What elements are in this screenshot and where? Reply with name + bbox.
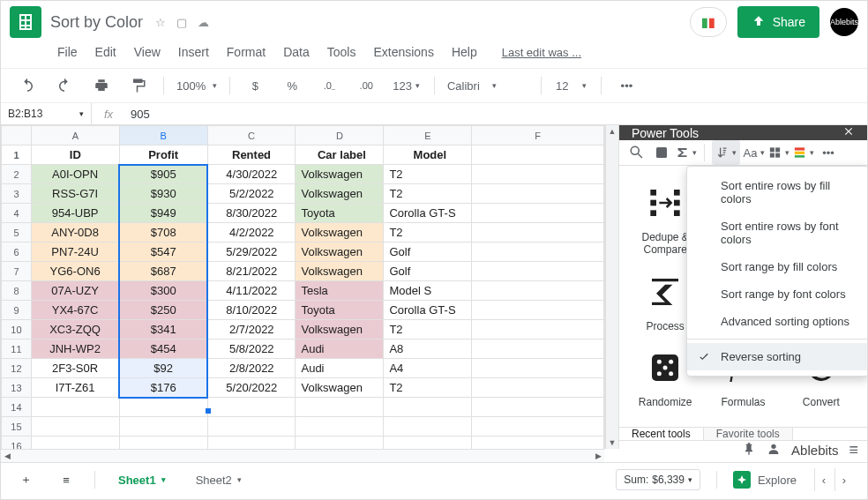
header-rented[interactable]: Rented xyxy=(207,146,296,165)
scroll-up-icon[interactable]: ▲ xyxy=(606,125,618,138)
menu-edit[interactable]: Edit xyxy=(88,41,123,63)
menu-help[interactable]: Help xyxy=(445,41,484,63)
col-b[interactable]: B xyxy=(119,126,207,146)
tab-sheet1[interactable]: Sheet1▾ xyxy=(108,468,176,492)
table-row[interactable]: 9YX4-67C$2508/10/2022ToyotaCorolla GT-S xyxy=(2,301,604,320)
tab-recent[interactable]: Recent tools xyxy=(619,428,704,440)
sum-icon[interactable] xyxy=(676,142,697,163)
table-row[interactable]: 14 xyxy=(2,398,604,417)
quick-sum[interactable]: Sum:$6,339▾ xyxy=(616,469,700,490)
sheets-logo-icon[interactable] xyxy=(10,6,41,38)
sort-icon[interactable] xyxy=(712,140,740,165)
row-header[interactable]: 5 xyxy=(2,223,32,243)
undo-button[interactable] xyxy=(11,71,43,100)
table-icon[interactable] xyxy=(793,142,814,163)
header-id[interactable]: ID xyxy=(31,146,119,165)
grid-icon[interactable] xyxy=(768,142,789,163)
meet-button[interactable]: ▮▮ xyxy=(690,7,727,37)
selection-handle-icon[interactable] xyxy=(206,408,211,414)
col-c[interactable]: C xyxy=(207,126,296,146)
document-title[interactable]: Sort by Color xyxy=(50,13,143,32)
table-row[interactable]: 122F3-S0R$922/8/2022AudiA4 xyxy=(2,359,604,378)
header-label[interactable]: Car label xyxy=(296,146,384,165)
row-header[interactable]: 15 xyxy=(2,417,32,437)
more-tools-button[interactable]: ••• xyxy=(610,71,642,100)
more-formats-button[interactable]: 123 xyxy=(387,71,425,100)
table-row[interactable]: 15 xyxy=(2,417,604,437)
row-header[interactable]: 11 xyxy=(2,340,32,359)
menu-tools[interactable]: Tools xyxy=(320,41,363,63)
header-model[interactable]: Model xyxy=(384,146,472,165)
user-icon[interactable] xyxy=(767,442,781,459)
table-row[interactable]: 13I7T-Z61$1765/20/2022VolkswagenT2 xyxy=(2,378,604,398)
vertical-scrollbar[interactable]: ▲ ▼ xyxy=(605,125,619,449)
share-button[interactable]: Share xyxy=(737,6,819,38)
row-header[interactable]: 12 xyxy=(2,359,32,378)
name-box[interactable]: B2:B13▾ xyxy=(1,103,92,124)
menu-file[interactable]: File xyxy=(50,41,85,63)
percent-button[interactable]: % xyxy=(276,71,308,100)
add-sheet-button[interactable]: ＋ xyxy=(10,466,41,494)
row-header[interactable]: 1 xyxy=(2,146,32,165)
row-header[interactable]: 8 xyxy=(2,281,32,301)
currency-button[interactable]: $ xyxy=(239,71,271,100)
text-icon[interactable]: Aa xyxy=(744,142,765,163)
tab-favorite[interactable]: Favorite tools xyxy=(704,428,793,440)
close-icon[interactable] xyxy=(842,125,855,140)
menu-item[interactable]: Sort range by font colors xyxy=(687,280,868,308)
col-d[interactable]: D xyxy=(296,126,384,146)
scroll-left-icon[interactable]: ◀ xyxy=(1,450,13,462)
header-profit[interactable]: Profit xyxy=(119,146,207,165)
explore-button[interactable]: Explore xyxy=(733,471,797,489)
move-icon[interactable]: ▢ xyxy=(176,16,187,29)
all-sheets-button[interactable]: ≡ xyxy=(50,466,82,494)
paint-format-button[interactable] xyxy=(123,71,154,100)
table-row[interactable]: 5ANY-0D8$7084/2/2022VolkswagenT2 xyxy=(2,223,604,243)
grid-body[interactable]: 1 ID Profit Rented Car label Model 2A0I-… xyxy=(2,146,604,450)
row-header[interactable]: 3 xyxy=(2,184,32,204)
menu-extensions[interactable]: Extensions xyxy=(366,41,440,63)
row-header[interactable]: 13 xyxy=(2,378,32,398)
spreadsheet-grid[interactable]: A B C D E F 1 ID Profit Rented Car label… xyxy=(1,125,605,449)
row-header[interactable]: 9 xyxy=(2,301,32,320)
row-header[interactable]: 10 xyxy=(2,320,32,340)
table-row[interactable]: 807A-UZY$3004/11/2022TeslaModel S xyxy=(2,281,604,301)
scroll-right-icon[interactable]: ▶ xyxy=(592,450,604,462)
menu-insert[interactable]: Insert xyxy=(171,41,216,63)
tab-sheet2[interactable]: Sheet2▾ xyxy=(185,468,252,492)
pin-icon[interactable] xyxy=(742,442,756,459)
table-row[interactable]: 6PN7-24U$5475/29/2022VolkswagenGolf xyxy=(2,243,604,262)
more-icon[interactable]: ••• xyxy=(818,142,839,163)
last-edit[interactable]: Last edit was ... xyxy=(495,42,588,63)
row-header[interactable]: 2 xyxy=(2,165,32,184)
hamburger-icon[interactable]: ≡ xyxy=(849,441,858,459)
row-header[interactable]: 7 xyxy=(2,262,32,281)
menu-item-reverse[interactable]: Reverse sorting xyxy=(687,343,868,370)
decrease-decimal-button[interactable]: .0_ xyxy=(313,71,345,100)
menu-item[interactable]: Advanced sorting options xyxy=(687,308,868,335)
avatar[interactable]: Ablebits xyxy=(830,8,858,36)
increase-decimal-button[interactable]: .00 xyxy=(350,71,382,100)
cloud-icon[interactable]: ☁ xyxy=(198,16,209,29)
formula-input[interactable]: 905 xyxy=(125,108,150,121)
menu-data[interactable]: Data xyxy=(276,41,317,63)
menu-format[interactable]: Format xyxy=(220,41,273,63)
run-icon[interactable] xyxy=(651,142,672,163)
row-header[interactable]: 16 xyxy=(2,437,32,450)
col-e[interactable]: E xyxy=(384,126,472,146)
table-row[interactable]: 11JNH-WP2$4545/8/2022AudiA8 xyxy=(2,340,604,359)
table-row[interactable]: 3RSS-G7I$9305/2/2022VolkswagenT2 xyxy=(2,184,604,204)
table-row[interactable]: 7YG6-ON6$6878/21/2022VolkswagenGolf xyxy=(2,262,604,281)
row-header[interactable]: 4 xyxy=(2,204,32,223)
chevron-left-icon[interactable]: ‹ xyxy=(814,468,833,491)
print-button[interactable] xyxy=(86,71,117,100)
table-row[interactable]: 2A0I-OPN$9054/30/2022VolkswagenT2 xyxy=(2,165,604,184)
row-header[interactable]: 14 xyxy=(2,398,32,417)
row-header[interactable]: 6 xyxy=(2,243,32,262)
zoom-select[interactable]: 100% xyxy=(173,79,221,93)
table-row[interactable]: 16 xyxy=(2,437,604,450)
select-all-corner[interactable] xyxy=(2,126,32,146)
redo-button[interactable] xyxy=(49,71,80,100)
horizontal-scrollbar[interactable]: ◀ ▶ xyxy=(1,449,604,462)
col-f[interactable]: F xyxy=(472,126,604,146)
